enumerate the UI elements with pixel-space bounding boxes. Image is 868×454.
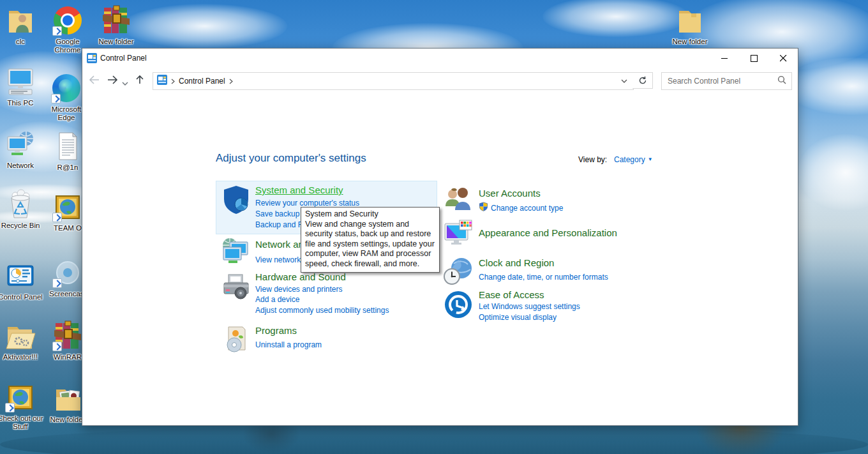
minimize-button[interactable] [710,49,739,68]
window-title: Control Panel [100,54,147,63]
sea-shadow [0,425,868,454]
icon-label: Check out our Stuff [0,414,45,431]
control-panel-window-icon [87,53,97,63]
dropdown-arrow-icon: ▼ [648,156,653,162]
document-icon [52,131,83,162]
category-appearance-and-personalization[interactable]: Appearance and Personalization [479,227,617,238]
tooltip-body: View and change system and security stat… [305,220,435,269]
refresh-button[interactable] [632,72,653,89]
shortcut-arrow-icon [52,213,62,222]
uac-shield-icon [479,202,488,214]
desktop-icon-aktivator[interactable]: Aktivator!!! [0,321,45,361]
open-folder-gears-icon [5,321,36,351]
system-security-icon[interactable] [221,185,251,215]
network-icon [5,129,36,160]
control-panel-home: Adjust your computer's settings View by:… [82,93,798,425]
chrome-icon [52,5,83,36]
view-by-label: View by: [578,155,607,164]
titlebar[interactable]: Control Panel [82,49,798,68]
folder-icon [675,5,705,36]
desktop-icon-control-panel[interactable]: Control Panel [0,261,45,301]
link-optimize-visual-display[interactable]: Optimize visual display [479,313,557,322]
link-view-devices-printers[interactable]: View devices and printers [255,285,343,294]
computer-icon [5,66,36,97]
category-programs[interactable]: Programs [255,325,297,336]
category-ease-of-access[interactable]: Ease of Access [479,289,544,300]
icon-label: clc [0,38,45,46]
cloud [121,4,287,49]
winrar-archive-icon [101,5,131,36]
desktop-icon-recycle-bin[interactable]: Recycle Bin [0,189,45,230]
desktop-icon-clc[interactable]: clc [0,5,45,46]
icon-label: Recycle Bin [0,222,45,230]
desktop-icon-new-folder[interactable]: New folder [666,5,714,46]
programs-icon[interactable] [221,324,251,355]
change-account-type-row: Change account type [479,202,563,214]
icon-label: Aktivator!!! [0,353,45,361]
shortcut-arrow-icon [52,26,62,36]
link-change-account-type[interactable]: Change account type [491,204,563,213]
back-button[interactable] [89,75,100,88]
search-box [661,72,792,90]
desktop: clc Google Chrome New folder New folder … [0,0,868,454]
icon-label: This PC [0,99,45,107]
breadcrumb-chevron-icon[interactable] [171,75,175,87]
icon-label: Control Panel [0,293,45,301]
link-review-computer-status[interactable]: Review your computer's status [255,199,359,208]
desktop-icon-network[interactable]: Network [0,129,45,170]
framed-globe-icon [5,382,36,412]
winrar-icon [52,321,83,351]
category-system-and-security[interactable]: System and Security [255,185,343,195]
link-uninstall-a-program[interactable]: Uninstall a program [255,340,322,349]
control-panel-small-icon [157,75,167,87]
link-adjust-mobility-settings[interactable]: Adjust commonly used mobility settings [255,306,389,315]
maximize-button[interactable] [739,49,768,68]
user-folder-icon [5,5,36,36]
view-by-dropdown[interactable]: Category▼ [614,155,653,164]
tooltip-title: System and Security [305,209,435,220]
cloud [798,134,868,211]
search-input[interactable] [662,77,777,86]
close-button[interactable] [768,49,798,68]
system-security-tooltip: System and Security View and change syst… [301,207,440,273]
navigation-toolbar: Control Panel [82,68,798,94]
icon-label: New folder [666,38,714,46]
appearance-personalization-icon[interactable] [443,218,474,248]
forward-button[interactable] [107,75,118,88]
clock-region-icon[interactable] [443,256,474,287]
link-let-windows-suggest-settings[interactable]: Let Windows suggest settings [479,302,580,311]
desktop-icon-new-folder-rar[interactable]: New folder [92,5,140,46]
category-clock-and-region[interactable]: Clock and Region [479,257,554,268]
shortcut-arrow-icon [52,342,62,351]
desktop-icon-google-chrome[interactable]: Google Chrome [43,5,92,54]
shortcut-arrow-icon [51,94,61,103]
breadcrumb-chevron-icon[interactable] [229,75,233,87]
icon-label: New folder [92,38,140,46]
address-dropdown-button[interactable] [615,73,633,89]
folder-with-photos-icon [52,383,83,414]
control-panel-window: Control Panel Control Panel [82,48,798,426]
control-panel-icon [5,261,36,291]
page-title: Adjust your computer's settings [216,152,366,165]
link-change-date-time-formats[interactable]: Change date, time, or number formats [479,273,608,282]
ease-of-access-icon[interactable] [443,289,474,320]
caption-buttons [710,49,798,68]
link-add-a-device[interactable]: Add a device [255,295,299,304]
desktop-icon-this-pc[interactable]: This PC [0,66,45,107]
up-button[interactable] [135,75,145,88]
category-user-accounts[interactable]: User Accounts [479,188,541,199]
framed-globe-icon [52,192,83,222]
desktop-icon-check-out-our-stuff[interactable]: Check out our Stuff [0,382,45,431]
network-internet-icon[interactable] [221,237,251,268]
breadcrumb-location[interactable]: Control Panel [179,77,225,86]
search-icon[interactable] [777,75,786,87]
edge-icon [51,73,82,103]
recent-pages-chevron-icon[interactable] [122,78,128,89]
address-bar[interactable]: Control Panel [153,72,634,90]
hardware-sound-icon[interactable] [221,272,251,303]
category-hardware-and-sound[interactable]: Hardware and Sound [255,271,346,282]
recycle-bin-icon [5,189,36,220]
view-by-value[interactable]: Category [614,155,645,164]
shortcut-arrow-icon [52,278,62,288]
user-accounts-icon[interactable] [443,185,474,215]
